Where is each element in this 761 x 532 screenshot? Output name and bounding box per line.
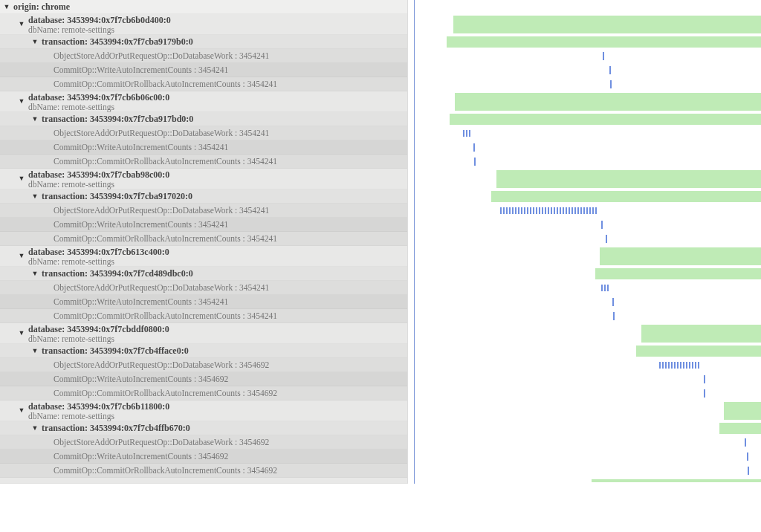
database-row[interactable]: ▼database: 3453994:0x7f7cbab98c00:0dbNam… — [0, 169, 407, 189]
timeline-row — [408, 323, 761, 344]
event-span[interactable] — [500, 207, 597, 214]
disclosure-triangle-icon[interactable]: ▼ — [18, 172, 25, 186]
timeline-row — [408, 281, 761, 295]
event-tick[interactable] — [609, 66, 611, 74]
timeline-row — [408, 464, 761, 478]
origin-row[interactable]: ▼origin: chrome — [0, 0, 407, 14]
event-tick[interactable] — [474, 158, 476, 166]
duration-bar[interactable] — [447, 36, 761, 48]
transaction-label: transaction: 3453994:0x7f7cba917020:0 — [42, 191, 192, 201]
database-row[interactable]: ▼database: 3453994:0x7f7cb6b11800:0dbNam… — [0, 400, 407, 421]
database-row[interactable]: ▼database: 3453994:0x7f7cb6b06c00:0dbNam… — [0, 91, 407, 112]
event-tick[interactable] — [603, 52, 604, 60]
duration-bar[interactable] — [641, 325, 761, 343]
timeline-row — [408, 35, 761, 49]
timeline-row — [408, 189, 761, 204]
disclosure-triangle-icon[interactable]: ▼ — [31, 421, 39, 435]
duration-bar[interactable] — [724, 402, 761, 420]
event-tick[interactable] — [612, 298, 614, 306]
operation-label: ObjectStoreAddOrPutRequestOp::DoDatabase… — [54, 51, 269, 60]
event-span[interactable] — [601, 285, 610, 291]
disclosure-triangle-icon[interactable]: ▼ — [3, 0, 10, 14]
transaction-row[interactable]: ▼transaction: 3453994:0x7f7cba9179b0:0 — [0, 35, 407, 49]
event-span[interactable] — [659, 362, 701, 369]
operation-row[interactable]: CommitOp::WriteAutoIncrementCounts : 345… — [0, 295, 407, 309]
disclosure-triangle-icon[interactable]: ▼ — [18, 94, 25, 108]
operation-row[interactable]: CommitOp::WriteAutoIncrementCounts : 345… — [0, 450, 407, 464]
event-tick[interactable] — [745, 438, 746, 447]
duration-bar[interactable] — [453, 16, 761, 33]
operation-label: CommitOp::CommitOrRollbackAutoIncrementC… — [54, 311, 277, 320]
event-tick[interactable] — [610, 80, 612, 88]
event-tick[interactable] — [704, 375, 705, 383]
disclosure-triangle-icon[interactable]: ▼ — [18, 249, 25, 263]
operation-row[interactable]: CommitOp::WriteAutoIncrementCounts : 345… — [0, 63, 407, 77]
database-label: database: 3453994:0x7f7cb613c400:0 — [28, 247, 169, 257]
disclosure-triangle-icon[interactable]: ▼ — [18, 326, 25, 340]
operation-row[interactable]: ObjectStoreAddOrPutRequestOp::DoDatabase… — [0, 126, 407, 140]
timeline-row — [408, 169, 761, 189]
event-tick[interactable] — [704, 389, 705, 398]
event-tick[interactable] — [747, 452, 748, 461]
timeline-row — [408, 77, 761, 91]
duration-bar[interactable] — [455, 93, 761, 111]
operation-label: CommitOp::WriteAutoIncrementCounts : 345… — [54, 297, 228, 306]
operation-row[interactable]: CommitOp::WriteAutoIncrementCounts : 345… — [0, 218, 407, 232]
duration-bar[interactable] — [636, 346, 761, 357]
transaction-row[interactable]: ▼transaction: 3453994:0x7f7cba917020:0 — [0, 189, 407, 204]
disclosure-triangle-icon[interactable]: ▼ — [31, 344, 39, 358]
disclosure-triangle-icon[interactable]: ▼ — [31, 112, 39, 126]
disclosure-triangle-icon[interactable]: ▼ — [18, 403, 25, 418]
event-tick[interactable] — [748, 467, 749, 475]
timeline-row — [408, 63, 761, 77]
disclosure-triangle-icon[interactable]: ▼ — [18, 17, 25, 31]
transaction-row[interactable]: ▼transaction: 3453994:0x7f7cb4ffb670:0 — [0, 421, 407, 435]
operation-label: CommitOp::CommitOrRollbackAutoIncrementC… — [54, 466, 277, 475]
operation-row[interactable]: ObjectStoreAddOrPutRequestOp::DoDatabase… — [0, 49, 407, 63]
operation-row[interactable]: CommitOp::WriteAutoIncrementCounts : 345… — [0, 372, 407, 386]
operation-row[interactable]: ObjectStoreAddOrPutRequestOp::DoDatabase… — [0, 435, 407, 450]
timeline-row — [408, 140, 761, 155]
operation-row[interactable]: CommitOp::CommitOrRollbackAutoIncrementC… — [0, 77, 407, 91]
event-tick[interactable] — [606, 235, 607, 243]
transaction-label: transaction: 3453994:0x7f7cba9179b0:0 — [42, 36, 193, 47]
timeline-pane[interactable] — [407, 0, 761, 484]
duration-bar[interactable] — [600, 247, 761, 265]
transaction-row[interactable]: ▼transaction: 3453994:0x7f7cd489dbc0:0 — [0, 267, 407, 281]
transaction-row[interactable]: ▼transaction: 3453994:0x7f7cb4fface0:0 — [0, 344, 407, 358]
operation-row[interactable]: ObjectStoreAddOrPutRequestOp::DoDatabase… — [0, 358, 407, 372]
timeline-row — [408, 372, 761, 386]
transaction-label: transaction: 3453994:0x7f7cb4ffb670:0 — [42, 423, 190, 433]
disclosure-triangle-icon[interactable]: ▼ — [31, 267, 39, 281]
timeline-row — [408, 421, 761, 435]
transaction-label: transaction: 3453994:0x7f7cd489dbc0:0 — [42, 268, 193, 279]
operation-row[interactable]: CommitOp::CommitOrRollbackAutoIncrementC… — [0, 464, 407, 478]
event-span[interactable] — [463, 130, 470, 137]
operation-row[interactable]: CommitOp::CommitOrRollbackAutoIncrementC… — [0, 155, 407, 169]
event-tick[interactable] — [601, 221, 603, 229]
operation-label: CommitOp::WriteAutoIncrementCounts : 345… — [54, 220, 228, 229]
operation-row[interactable]: CommitOp::CommitOrRollbackAutoIncrementC… — [0, 309, 407, 323]
operation-row[interactable]: CommitOp::CommitOrRollbackAutoIncrementC… — [0, 232, 407, 246]
tree-pane[interactable]: ▼origin: chrome▼database: 3453994:0x7f7c… — [0, 0, 407, 484]
operation-row[interactable]: ObjectStoreAddOrPutRequestOp::DoDatabase… — [0, 204, 407, 218]
database-row[interactable]: ▼database: 3453994:0x7f7cb613c400:0dbNam… — [0, 246, 407, 267]
duration-bar[interactable] — [491, 191, 761, 202]
event-tick[interactable] — [613, 312, 615, 320]
database-row[interactable]: ▼database: 3453994:0x7f7cbddf0800:0dbNam… — [0, 323, 407, 344]
transaction-row[interactable]: ▼transaction: 3453994:0x7f7cba917bd0:0 — [0, 112, 407, 126]
operation-row[interactable]: CommitOp::CommitOrRollbackAutoIncrementC… — [0, 386, 407, 400]
operation-row[interactable]: CommitOp::WriteAutoIncrementCounts : 345… — [0, 140, 407, 155]
duration-bar[interactable] — [595, 268, 761, 279]
operation-label: ObjectStoreAddOrPutRequestOp::DoDatabase… — [54, 129, 269, 137]
disclosure-triangle-icon[interactable]: ▼ — [31, 35, 39, 49]
duration-bar[interactable] — [496, 170, 761, 188]
database-label: database: 3453994:0x7f7cbab98c00:0 — [28, 169, 169, 180]
duration-bar[interactable] — [592, 479, 761, 482]
event-tick[interactable] — [473, 143, 475, 152]
disclosure-triangle-icon[interactable]: ▼ — [31, 189, 39, 204]
duration-bar[interactable] — [450, 114, 761, 125]
database-row[interactable]: ▼database: 3453994:0x7f7cb6b0d400:0dbNam… — [0, 14, 407, 35]
duration-bar[interactable] — [719, 423, 761, 434]
operation-row[interactable]: ObjectStoreAddOrPutRequestOp::DoDatabase… — [0, 281, 407, 295]
